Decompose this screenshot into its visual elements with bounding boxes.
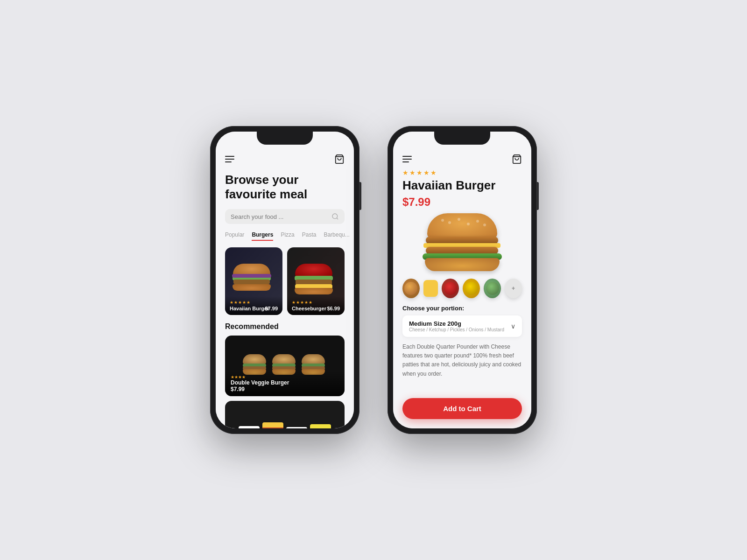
food-card-cheeseburger[interactable]: ★★★★★ Cheeseburger $6.99 [287, 247, 345, 315]
detail-topbar [402, 154, 522, 164]
rec-card-veggie-stars: ★★★★ [231, 375, 339, 379]
ingredient-ketchup[interactable] [442, 279, 459, 298]
product-stars: ★★★★★ [402, 169, 522, 176]
cart-icon[interactable] [334, 154, 345, 164]
product-price: $7.99 [402, 196, 522, 209]
portion-sub: Cheese / Ketchup / Pickles / Onions / Mu… [409, 327, 504, 332]
food-card-hawaiian-stars: ★★★★★ [230, 300, 278, 305]
detail-screen: ★★★★★ Havaiian Burger $7.99 [393, 132, 531, 428]
ingredient-cheese[interactable] [423, 280, 438, 297]
food-card-hawaiian-overlay: ★★★★★ Havaiian Burger $7.99 [225, 296, 282, 315]
rec-card-sushi[interactable]: ★★★★★ [225, 401, 345, 428]
portion-selector[interactable]: Medium Size 200g Cheese / Ketchup / Pick… [402, 315, 522, 337]
menu-icon[interactable] [225, 156, 234, 162]
phone-browse: Browse your favourite meal Popular Burge… [210, 126, 359, 434]
detail-cart-icon[interactable] [512, 154, 522, 164]
search-bar[interactable] [225, 209, 345, 224]
food-card-cheeseburger-price: $6.99 [327, 306, 340, 311]
product-title: Havaiian Burger [402, 178, 522, 193]
recommended-title: Recommended [225, 322, 345, 331]
ingredients-row: + [402, 279, 522, 298]
food-card-cheeseburger-overlay: ★★★★★ Cheeseburger $6.99 [287, 296, 345, 315]
browse-title: Browse your favourite meal [225, 173, 345, 202]
svg-point-1 [332, 214, 338, 219]
bun-top [427, 213, 497, 239]
portion-info: Medium Size 200g Cheese / Ketchup / Pick… [409, 320, 504, 332]
featured-grid: ★★★★★ Havaiian Burger $7.99 [225, 247, 345, 315]
tab-popular[interactable]: Popular [225, 231, 244, 241]
detail-menu-icon[interactable] [402, 156, 412, 162]
rec-card-veggie-name: Double Veggie Burger [231, 379, 339, 386]
ingredient-more[interactable]: + [505, 279, 522, 298]
rec-card-veggie-price: $7.99 [231, 386, 339, 392]
portion-name: Medium Size 200g [409, 320, 504, 327]
category-tabs: Popular Burgers Pizza Pasta Barbequ... [225, 231, 345, 241]
tab-burgers[interactable]: Burgers [252, 231, 273, 241]
product-description: Each Double Quarter Pounder with Cheese … [402, 343, 522, 391]
food-card-hawaiian[interactable]: ★★★★★ Havaiian Burger $7.99 [225, 247, 282, 315]
bun-bottom [425, 258, 500, 271]
browse-screen: Browse your favourite meal Popular Burge… [216, 132, 354, 428]
browse-topbar [225, 154, 345, 164]
tab-barbeque[interactable]: Barbequ... [324, 231, 349, 241]
search-input[interactable] [231, 213, 328, 220]
food-card-hawaiian-price: $7.99 [265, 306, 278, 311]
product-image [420, 213, 504, 279]
tab-pizza[interactable]: Pizza [281, 231, 294, 241]
phone-detail: ★★★★★ Havaiian Burger $7.99 [388, 126, 537, 434]
search-icon [331, 213, 339, 220]
chevron-down-icon: ∨ [511, 322, 515, 330]
add-to-cart-button[interactable]: Add to Cart [402, 398, 522, 419]
tab-pasta[interactable]: Pasta [302, 231, 317, 241]
rec-card-veggie-overlay: ★★★★ Double Veggie Burger $7.99 [225, 371, 345, 396]
portion-label: Choose your portion: [402, 305, 522, 312]
svg-line-2 [337, 218, 338, 219]
ingredient-mustard[interactable] [463, 279, 480, 298]
ingredient-pickles[interactable] [484, 279, 501, 298]
rec-card-veggie[interactable]: ★★★★ Double Veggie Burger $7.99 [225, 336, 345, 396]
ingredient-bun[interactable] [402, 279, 420, 298]
food-card-cheeseburger-stars: ★★★★★ [292, 300, 340, 305]
